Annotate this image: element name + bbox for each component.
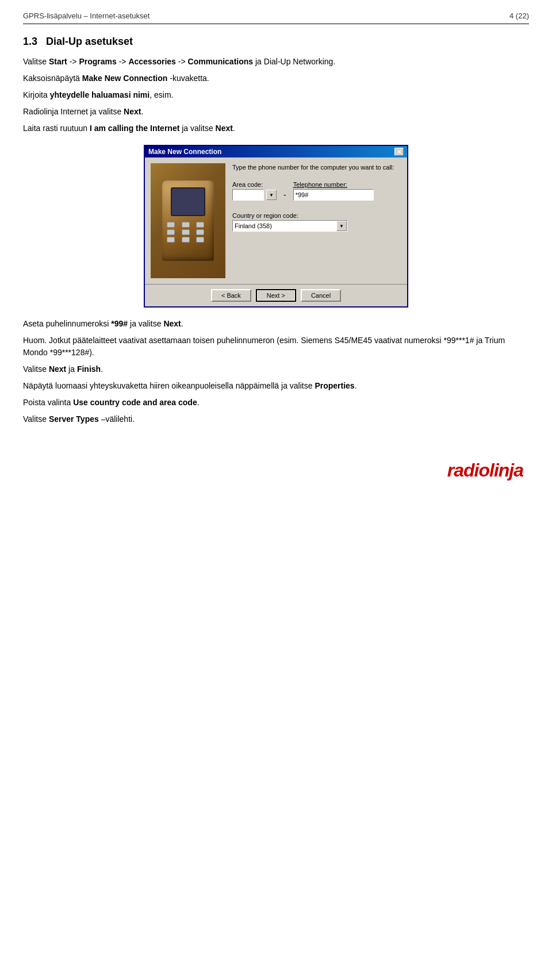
paragraph-4: Radiolinja Internet ja valitse Next. [23,106,529,118]
area-code-dropdown-arrow[interactable]: ▼ [266,190,277,200]
key-9 [196,237,204,243]
after-p6: Valitse Server Types –välilehti. [23,413,529,425]
after-p4: Näpäytä luomaasi yhteyskuvaketta hiiren … [23,380,529,392]
next-button[interactable]: Next > [256,289,296,302]
dialog-form: Type the phone number for the computer y… [232,163,401,278]
dialog-box: Make New Connection ✕ [144,145,408,308]
area-code-input[interactable] [232,189,264,201]
country-label: Country or region code: [232,212,401,219]
key-2 [182,222,190,228]
close-button[interactable]: ✕ [394,148,404,156]
key-8 [182,237,190,243]
separator: - [283,190,286,201]
cancel-button[interactable]: Cancel [301,289,341,302]
header-page: 4 (22) [509,11,529,20]
section-title: Dial-Up asetukset [46,36,133,47]
dialog-content: Type the phone number for the computer y… [145,157,407,284]
after-dialog-section: Aseta puhelinnumeroksi *99# ja valitse N… [23,318,529,425]
phone-number-row: Area code: ▼ - Telephone number: [232,181,401,201]
section-heading: 1.3 Dial-Up asetukset [23,36,529,48]
make-new-connection-dialog: Make New Connection ✕ [144,145,408,308]
key-6 [196,229,204,235]
area-code-group: Area code: ▼ [232,181,277,201]
key-5 [182,229,190,235]
telephone-group: Telephone number: [293,181,374,201]
telephone-label: Telephone number: [293,181,374,188]
key-4 [167,229,175,235]
phone-keypad [162,220,214,245]
area-code-label: Area code: [232,181,277,188]
page-header: GPRS-lisäpalvelu – Internet-asetukset 4 … [23,11,529,24]
back-button[interactable]: < Back [211,289,251,302]
after-p1: Aseta puhelinnumeroksi *99# ja valitse N… [23,318,529,330]
header-title: GPRS-lisäpalvelu – Internet-asetukset [23,11,150,20]
key-7 [167,237,175,243]
section-number: 1.3 [23,36,37,47]
dialog-footer: < Back Next > Cancel [145,284,407,306]
dialog-titlebar: Make New Connection ✕ [145,146,407,157]
country-select[interactable]: Finland (358) [232,220,347,232]
dialog-instruction: Type the phone number for the computer y… [232,163,401,172]
phone-body [162,180,214,261]
paragraph-2: Kaksoisnäpäytä Make New Connection -kuva… [23,72,529,84]
country-select-wrapper: Finland (358) ▼ [232,220,347,232]
country-group: Country or region code: Finland (358) ▼ [232,212,401,232]
logo-area: radiolinja [23,460,529,481]
after-p2: Huom. Jotkut päätelaitteet vaativat aset… [23,335,529,359]
paragraph-5: Laita rasti ruutuun I am calling the Int… [23,122,529,134]
after-p3: Valitse Next ja Finish. [23,363,529,375]
dialog-title: Make New Connection [148,148,221,156]
key-3 [196,222,204,228]
radiolinja-logo: radiolinja [447,460,523,481]
telephone-input[interactable] [293,189,374,201]
phone-screen [171,187,205,216]
after-p5: Poista valinta Use country code and area… [23,397,529,409]
phone-image [151,163,225,278]
titlebar-buttons: ✕ [394,148,404,156]
paragraph-3: Kirjoita yhteydelle haluamasi nimi, esim… [23,89,529,101]
logo-text: radiolinja [447,460,523,481]
paragraph-1: Valitse Start -> Programs -> Accessories… [23,56,529,68]
key-1 [167,222,175,228]
